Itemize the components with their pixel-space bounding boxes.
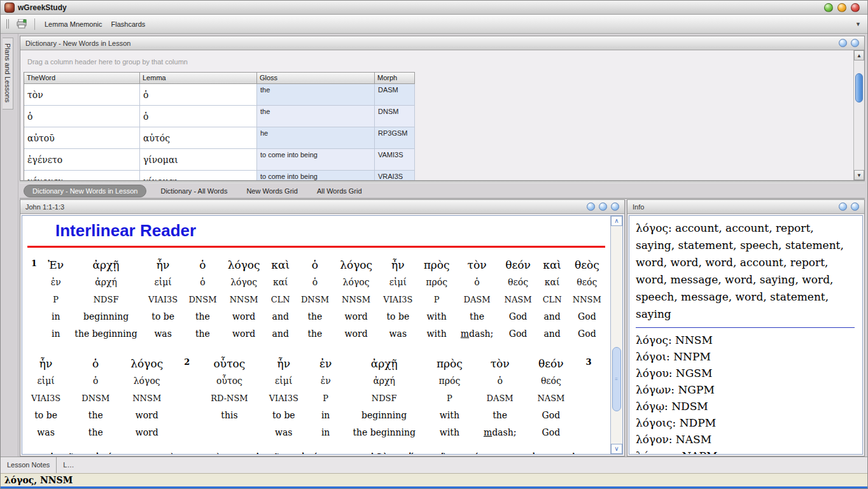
bottom-tab-truncated[interactable]: L… [56, 457, 80, 473]
print-button[interactable] [14, 17, 29, 31]
toolbar: Lemma Mnemonic Flashcards ▼ [1, 15, 867, 34]
panel-pin-button[interactable] [599, 202, 607, 211]
table-row[interactable]: ὁὁtheDNSM [24, 106, 415, 127]
greek-surface: λόγος [228, 257, 260, 274]
close-button[interactable] [851, 3, 860, 12]
morph-code: VIAI3S [269, 390, 298, 407]
cell-gloss: the [257, 106, 375, 127]
dock-tab-all-words-grid[interactable]: All Words Grid [312, 185, 367, 197]
scrollbar-thumb[interactable]: ≡ [612, 347, 621, 411]
greek-lemma: καί [271, 274, 290, 291]
dock-tab-dictionary-new-words-in-lesson[interactable]: Dictionary - New Words in Lesson [24, 185, 146, 197]
greek-lemma: πρός [437, 372, 463, 390]
interlinear-word[interactable]: θεὸςθεόςNNSMGodGod [573, 257, 601, 343]
panel-close-button[interactable] [851, 39, 859, 47]
minimize-button[interactable] [824, 3, 833, 12]
scroll-down-arrow-icon[interactable]: ▼ [854, 170, 864, 180]
greek-lemma: θεός [505, 274, 532, 291]
greek-surface: οὗτος [211, 355, 248, 372]
lexical-form-row: λόγους: NAPM [636, 448, 856, 455]
interlinear-word[interactable]: ἦνεἰμίVIAI3Sto bewas [148, 257, 178, 343]
table-row[interactable]: ἐγένετογίνομαιto come into beingVAMI3S [24, 149, 415, 171]
interlinear-word[interactable]: ἀρχῇἀρχήNDSFbeginningthe beginning [74, 257, 137, 343]
dictionary-panel-header[interactable]: Dictionary - New Words in Lesson [20, 36, 864, 50]
toolbar-overflow-arrow-icon[interactable]: ▼ [855, 21, 861, 27]
greek-lemma: λόγος [340, 274, 372, 291]
morph-code: P [424, 291, 450, 308]
info-panel-body: λόγος: account, account, report, saying,… [629, 215, 863, 455]
dictionary-panel-body: Drag a column header here to group by th… [20, 50, 864, 180]
interlinear-word[interactable]: θεόνθεόςNASMGodGod [505, 257, 532, 343]
translation: was [31, 424, 60, 441]
table-row[interactable]: τὸνὁtheDASM [24, 84, 415, 106]
scrollbar-thumb[interactable] [855, 73, 863, 103]
interlinear-word[interactable]: ἦνεἰμίVIAI3Sto bewas [383, 257, 412, 343]
column-header-morph[interactable]: Morph [375, 72, 415, 84]
interlinear-word[interactable]: ἘνἐνPinin [48, 257, 64, 343]
panel-menu-button[interactable] [587, 202, 595, 211]
column-header-theword[interactable]: TheWord [24, 72, 140, 84]
dock-tab-dictionary-all-words[interactable]: Dictionary - All Words [155, 185, 232, 197]
title-bar[interactable]: wGreekStudy [1, 1, 867, 15]
table-row[interactable]: αὐτοῦαὐτόςheRP3GSM [24, 127, 415, 149]
panel-close-button[interactable] [611, 202, 619, 211]
interlinear-word[interactable]: οὗτοςοὗτοςRD-NSMthis [211, 355, 248, 441]
reader-panel-header[interactable]: John 1:1-1:3 [20, 200, 624, 214]
gloss: word [228, 308, 260, 325]
morph-code: DASM [484, 390, 517, 407]
column-header-gloss[interactable]: Gloss [257, 72, 375, 84]
translation: the [301, 325, 329, 343]
reader-scrollbar[interactable]: ∧ ≡ ∨ [610, 216, 622, 454]
cell-theword: ὁ [24, 106, 140, 127]
table-row[interactable]: γέγονενγίνομαιto come into beingVRAI3S [24, 171, 415, 180]
toolbar-grip-handle[interactable] [6, 19, 9, 29]
interlinear-word[interactable]: καὶκαίCLNandand [543, 257, 562, 343]
cell-theword: τὸν [24, 84, 140, 106]
menu-item-flashcards[interactable]: Flashcards [106, 17, 150, 31]
interlinear-word[interactable]: λόγοςλόγοςNNSMwordword [340, 257, 372, 343]
scroll-up-arrow-icon[interactable]: ▲ [854, 50, 864, 60]
maximize-button[interactable] [837, 3, 846, 12]
greek-surface: καὶ [271, 257, 290, 274]
interlinear-word[interactable]: ὁὁDNSMthethe [301, 257, 329, 343]
interlinear-word[interactable]: καὶκαίCLNandand [271, 257, 290, 343]
interlinear-word[interactable]: πρὸςπρόςPwithwith [424, 257, 450, 343]
cell-lemma: αὐτός [140, 127, 257, 149]
dock-tab-new-words-grid[interactable]: New Words Grid [241, 185, 302, 197]
interlinear-word[interactable]: ὁὁDNSMthethe [81, 355, 109, 441]
panel-close-button[interactable] [851, 202, 859, 211]
bottom-tab-lesson-notes[interactable]: Lesson Notes [1, 457, 56, 473]
panel-pin-button[interactable] [839, 39, 847, 47]
greek-surface: λόγος [340, 257, 372, 274]
interlinear-word[interactable]: λόγοςλόγοςNNSMwordword [130, 355, 163, 441]
dictionary-scrollbar[interactable]: ▲ ▼ [853, 50, 864, 180]
interlinear-word[interactable]: λόγοςλόγοςNNSMwordword [228, 257, 260, 343]
interlinear-word[interactable]: ἦνεἰμίVIAI3Sto bewas [31, 355, 60, 441]
cell-theword: ἐγένετο [24, 149, 140, 171]
interlinear-word[interactable]: ἐνἐνPinin [319, 355, 332, 441]
interlinear-word[interactable]: θεόνθεόςNASMGodGod [537, 355, 564, 441]
panel-pin-button[interactable] [839, 202, 847, 211]
interlinear-word[interactable]: τὸνὁDASMthemdash; [484, 355, 517, 441]
dictionary-grid-rows: τὸνὁtheDASMὁὁtheDNSMαὐτοῦαὐτόςheRP3GSMἐγ… [24, 84, 415, 180]
info-panel-header[interactable]: Info [627, 200, 864, 214]
interlinear-word[interactable]: ὁὁDNSMthethe [188, 257, 216, 343]
scroll-up-arrow-icon[interactable]: ∧ [611, 216, 622, 226]
interlinear-word[interactable]: ἀρχῇἀρχήNDSFbeginningthe beginning [353, 355, 416, 441]
lexical-form-row: λόγοι: NNPM [636, 348, 856, 365]
bottom-tab-strip: Lesson NotesL… [1, 457, 867, 473]
morph-code: P [437, 390, 463, 407]
column-header-lemma[interactable]: Lemma [140, 72, 257, 84]
greek-surface: ἐν [319, 355, 332, 372]
interlinear-word[interactable]: πρὸςπρόςPwithwith [437, 355, 463, 441]
interlinear-word[interactable]: τὸνὁDASMthemdash; [461, 257, 494, 343]
sidebar-tab-plans-and-lessons[interactable]: Plans and Lessons [3, 38, 13, 110]
greek-surface: ἦν [31, 355, 60, 372]
interlinear-word[interactable]: ἦνεἰμίVIAI3Sto bewas [269, 355, 298, 441]
interlinear-clipped-row: αὐτοῦ ἐγένετο καὶ χωρὶς αὐτοῦ ἐγένετο οὐ… [22, 451, 610, 454]
morph-code: NNSM [573, 291, 601, 308]
gloss: to be [148, 308, 178, 325]
gloss: word [340, 308, 372, 325]
scroll-down-arrow-icon[interactable]: ∨ [611, 444, 622, 454]
menu-item-lemma-mnemonic[interactable]: Lemma Mnemonic [40, 17, 106, 31]
